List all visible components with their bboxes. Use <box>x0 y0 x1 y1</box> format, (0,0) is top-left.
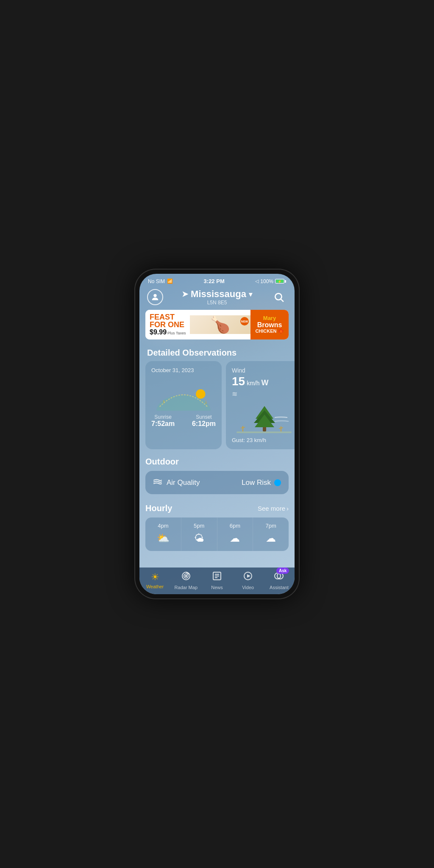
hourly-header: Hourly See more › <box>145 504 289 513</box>
ad-food-image: 🍗 NEW <box>190 315 250 334</box>
detailed-obs-title: Detailed Observations <box>139 342 295 361</box>
hourly-card-4pm[interactable]: 4pm ⛅ <box>145 517 181 551</box>
news-nav-label: News <box>211 585 223 590</box>
search-button[interactable] <box>271 289 287 305</box>
radar-nav-icon <box>181 571 191 584</box>
svg-line-15 <box>279 428 283 428</box>
phone-frame: No SIM 📶 3:22 PM ◁ 100% ⚡ <box>134 269 300 599</box>
sun-times: Sunrise 7:52am Sunset 6:12pm <box>151 414 216 428</box>
phone-screen: No SIM 📶 3:22 PM ◁ 100% ⚡ <box>139 274 295 594</box>
nav-icon: ➤ <box>182 289 188 299</box>
bottom-navigation: ☀ Weather Radar Map <box>139 568 295 594</box>
ad-feast-line1: FEAST <box>150 313 186 321</box>
hour-6pm: 6pm <box>221 523 250 529</box>
nav-assistant[interactable]: Ask Assistant <box>264 571 295 590</box>
city-name: Mississauga <box>191 289 246 300</box>
observation-cards-row: October 31, 2023 ↑ ↓ <box>139 361 295 449</box>
battery-percent: 100% <box>260 278 273 284</box>
hourly-card-7pm[interactable]: 7pm ☁ <box>253 517 289 551</box>
sun-arc-visual: ↑ ↓ <box>151 377 216 411</box>
svg-point-4 <box>196 389 206 399</box>
air-quality-risk: Low Risk <box>242 479 271 487</box>
air-quality-card[interactable]: Air Quality Low Risk <box>145 471 289 494</box>
outdoor-section: Outdoor Air Quality Low Ris <box>139 449 295 498</box>
battery-indicator: ⚡ <box>275 279 286 284</box>
ad-left-section: FEAST FOR ONE $9.99 Plus Taxes <box>145 310 190 339</box>
sunrise-label: Sunrise <box>151 414 175 420</box>
city-name-row[interactable]: ➤ Mississauga ▾ <box>182 289 252 300</box>
svg-marker-25 <box>247 574 250 578</box>
status-left: No SIM 📶 <box>148 278 173 284</box>
carrier-label: No SIM <box>148 278 165 284</box>
nav-video[interactable]: Video <box>233 571 264 590</box>
nav-news[interactable]: News <box>201 571 232 590</box>
svg-point-1 <box>275 293 281 300</box>
svg-text:↑: ↑ <box>162 398 165 405</box>
nav-radar[interactable]: Radar Map <box>170 571 201 590</box>
outdoor-title: Outdoor <box>145 457 289 471</box>
location-display[interactable]: ➤ Mississauga ▾ L5N 8E5 <box>182 289 252 306</box>
hourly-cards-row: 4pm ⛅ 5pm 🌤 6pm ☁ 7pm ☁ <box>145 517 289 551</box>
user-avatar[interactable] <box>147 289 163 305</box>
wind-direction: W <box>262 378 269 387</box>
radar-nav-label: Radar Map <box>175 585 198 590</box>
ad-price-sub: Plus Taxes <box>167 331 186 335</box>
sunrise-info: Sunrise 7:52am <box>151 414 175 428</box>
video-nav-icon <box>243 571 253 584</box>
assistant-nav-icon <box>274 573 284 583</box>
wind-card[interactable]: Wind 15 km/h W ≋ <box>226 361 295 449</box>
weather-icon-5pm: 🌤 <box>185 532 214 544</box>
svg-line-9 <box>241 427 245 428</box>
wind-speed: 15 <box>232 375 245 388</box>
ask-pill-label: Ask <box>276 568 289 574</box>
main-scroll-area[interactable]: Detailed Observations October 31, 2023 <box>139 342 295 568</box>
advertisement-banner[interactable]: FEAST FOR ONE $9.99 Plus Taxes 🍗 NEW Mar… <box>145 310 289 339</box>
video-nav-label: Video <box>242 585 254 590</box>
postal-code: L5N 8E5 <box>182 300 252 306</box>
aq-right: Low Risk <box>242 479 281 487</box>
news-nav-icon <box>212 571 222 584</box>
hour-5pm: 5pm <box>185 523 214 529</box>
sunset-label: Sunset <box>192 414 216 420</box>
weather-icon-7pm: ☁ <box>256 532 285 544</box>
hourly-title: Hourly <box>145 504 172 513</box>
ad-brand-mary: Mary <box>263 315 276 321</box>
ad-feast-line2: FOR ONE <box>150 321 186 328</box>
weather-nav-icon: ☀ <box>151 572 159 583</box>
hour-7pm: 7pm <box>256 523 285 529</box>
weather-icon-4pm: ⛅ <box>149 532 178 544</box>
svg-rect-7 <box>236 431 292 433</box>
wind-unit: km/h <box>247 380 259 387</box>
sunset-info: Sunset 6:12pm <box>192 414 216 428</box>
app-header: ➤ Mississauga ▾ L5N 8E5 <box>139 286 295 307</box>
sunrise-sunset-card[interactable]: October 31, 2023 ↑ ↓ <box>145 361 222 449</box>
hourly-section: Hourly See more › 4pm ⛅ 5pm 🌤 <box>139 498 295 553</box>
svg-point-18 <box>185 576 186 577</box>
ad-price: $9.99 <box>150 328 167 336</box>
see-more-button[interactable]: See more › <box>258 505 289 512</box>
air-quality-dot <box>274 479 281 486</box>
wifi-icon: 📶 <box>167 278 173 284</box>
sunrise-time: 7:52am <box>151 420 175 428</box>
obs-date: October 31, 2023 <box>151 367 216 373</box>
assistant-badge: Ask <box>274 571 284 584</box>
hour-4pm: 4pm <box>149 523 178 529</box>
svg-text:↓: ↓ <box>205 398 208 405</box>
svg-point-0 <box>153 294 156 297</box>
chevron-right-icon: › <box>287 505 289 512</box>
wind-gust: Gust: 23 km/h <box>232 437 295 443</box>
air-quality-icon <box>153 478 162 487</box>
location-icon: ◁ <box>255 278 259 284</box>
charging-bolt-icon: ⚡ <box>278 279 282 283</box>
wind-tree-scene <box>232 401 295 434</box>
aq-left: Air Quality <box>153 478 200 487</box>
svg-line-2 <box>281 299 284 302</box>
air-quality-label: Air Quality <box>167 479 200 487</box>
status-bar: No SIM 📶 3:22 PM ◁ 100% ⚡ <box>139 274 295 286</box>
clock: 3:22 PM <box>204 278 225 284</box>
nav-weather[interactable]: ☀ Weather <box>139 572 170 589</box>
wind-lines-icon: ≋ <box>232 390 295 398</box>
hourly-card-6pm[interactable]: 6pm ☁ <box>217 517 253 551</box>
assistant-nav-label: Assistant <box>270 585 289 590</box>
hourly-card-5pm[interactable]: 5pm 🌤 <box>181 517 217 551</box>
